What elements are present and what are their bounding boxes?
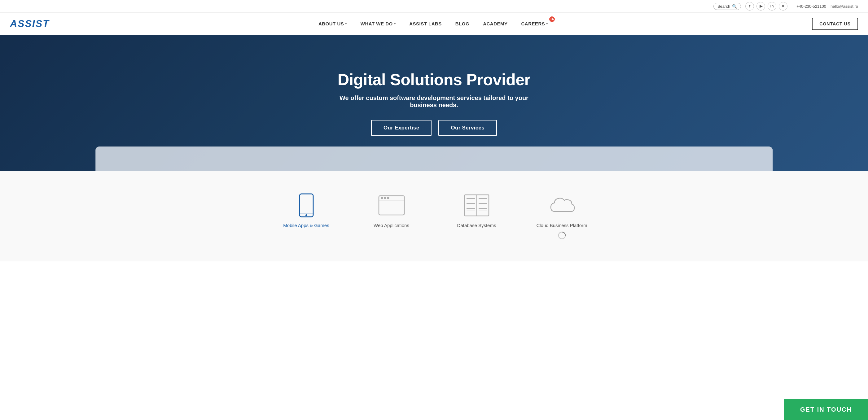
contact-info: +40-230-521100 hello@assist.ro: [797, 4, 858, 9]
nav-academy[interactable]: ACADEMY: [476, 13, 514, 35]
cloud-icon: [548, 193, 576, 218]
hero-bottom-card: [95, 147, 773, 171]
loading-spinner: [558, 231, 566, 240]
svg-point-3: [305, 214, 307, 216]
hero-title: Digital Solutions Provider: [326, 70, 542, 89]
service-database[interactable]: Database Systems: [434, 187, 519, 231]
phone-number: +40-230-521100: [797, 4, 826, 9]
nav-careers[interactable]: CAREERS ▾ 16: [515, 13, 557, 35]
mobile-apps-icon: [292, 193, 320, 218]
facebook-icon[interactable]: f: [745, 2, 754, 10]
logo-text: ASSIST: [10, 18, 50, 29]
nav-about-us[interactable]: ABOUT US ▾: [312, 13, 354, 35]
our-expertise-button[interactable]: Our Expertise: [371, 120, 432, 136]
nav-what-we-do[interactable]: WHAT WE DO ▾: [354, 13, 402, 35]
svg-point-8: [387, 197, 389, 199]
navigation: ABOUT US ▾ WHAT WE DO ▾ ASSIST LABS BLOG…: [62, 13, 807, 35]
xing-icon[interactable]: ✕: [779, 2, 787, 10]
logo[interactable]: ASSIST: [10, 18, 50, 29]
services-section: Mobile Apps & Games Web Applications: [0, 171, 868, 261]
web-apps-label: Web Applications: [374, 223, 409, 228]
contact-us-button[interactable]: CONTACT US: [812, 18, 858, 30]
main-nav: ASSIST ABOUT US ▾ WHAT WE DO ▾ ASSIST LA…: [0, 13, 868, 35]
nav-blog[interactable]: BLOG: [448, 13, 476, 35]
hero-section: Digital Solutions Provider We offer cust…: [0, 35, 868, 171]
hero-content: Digital Solutions Provider We offer cust…: [319, 70, 549, 136]
svg-point-7: [384, 197, 386, 199]
careers-arrow-icon: ▾: [546, 22, 548, 25]
svg-point-6: [381, 197, 383, 199]
whatwedo-arrow-icon: ▾: [394, 22, 396, 25]
divider: [792, 4, 792, 9]
search-icon: 🔍: [732, 4, 737, 9]
service-mobile-apps[interactable]: Mobile Apps & Games: [264, 187, 349, 231]
nav-assist-labs[interactable]: ASSIST LABS: [402, 13, 448, 35]
our-services-button[interactable]: Our Services: [438, 120, 497, 136]
database-label: Database Systems: [457, 223, 496, 228]
email-address: hello@assist.ro: [831, 4, 858, 9]
service-web-apps[interactable]: Web Applications: [349, 187, 434, 231]
careers-badge: 16: [549, 17, 555, 22]
about-arrow-icon: ▾: [345, 22, 347, 25]
search-label: Search: [717, 4, 730, 9]
top-bar: Search 🔍 f ▶ in ✕ +40-230-521100 hello@a…: [0, 0, 868, 13]
cloud-label: Cloud Business Platform: [536, 223, 587, 228]
mobile-apps-label: Mobile Apps & Games: [283, 223, 329, 228]
service-cloud[interactable]: Cloud Business Platform: [519, 187, 604, 243]
web-apps-icon: [378, 193, 405, 218]
search-box[interactable]: Search 🔍: [713, 3, 741, 10]
services-grid: Mobile Apps & Games Web Applications: [264, 187, 604, 243]
hero-buttons: Our Expertise Our Services: [326, 120, 542, 136]
linkedin-icon[interactable]: in: [768, 2, 776, 10]
database-icon: [463, 193, 491, 218]
hero-subtitle: We offer custom software development ser…: [326, 94, 542, 109]
social-icons: f ▶ in ✕: [745, 2, 787, 10]
youtube-icon[interactable]: ▶: [756, 2, 765, 10]
